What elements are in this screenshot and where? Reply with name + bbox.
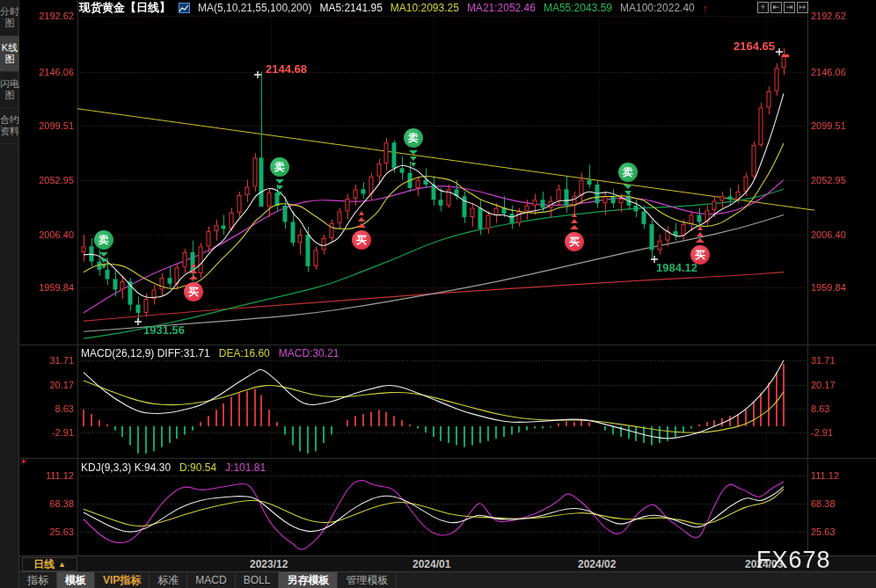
down-arrow-icon (410, 156, 417, 161)
up-arrow-icon (190, 269, 197, 273)
chart-toolbar: + ⇤ ⇥ ↦ (757, 2, 808, 13)
down-arrow-icon (99, 252, 108, 257)
price-axis-label: 2099.51 (811, 120, 864, 131)
sidebar-tab-contract-info[interactable]: 合约资料 (0, 108, 19, 144)
legend-expand-arrow-icon[interactable]: ↑ (703, 2, 709, 15)
x-axis-label: 2024/02 (578, 558, 616, 570)
period-label: 日线 (33, 557, 55, 572)
kdj-axis-label: 25.63 (811, 526, 864, 537)
up-arrow-icon (357, 223, 366, 228)
macd-axis-label: -2.91 (28, 427, 74, 438)
shift-right-icon[interactable]: ⇥ (784, 2, 795, 13)
ma100-value: MA100:2022.40 (620, 2, 695, 14)
bottom-tab-BOLL[interactable]: BOLL (236, 572, 280, 588)
up-arrow-icon (572, 213, 577, 217)
period-selector[interactable]: 日线 ▲ (22, 557, 77, 571)
down-arrow-icon (409, 150, 418, 155)
bottom-tab-管理模板[interactable]: 管理模板 (338, 572, 397, 588)
x-axis-bar: 日线 ▲ 2023/122024/012024/022024/03 (19, 555, 876, 572)
macd-axis-label: -2.91 (811, 427, 864, 438)
ma21-value: MA21:2052.46 (467, 2, 536, 14)
macd-axis-label: 31.71 (811, 355, 864, 366)
down-arrow-icon (275, 179, 284, 184)
sidebar-tab-time-chart[interactable]: 分时图 (0, 0, 19, 36)
price-axis-label: 1959.84 (811, 282, 864, 293)
ma10-value: MA10:2093.25 (391, 2, 459, 14)
down-arrow-icon (277, 192, 282, 196)
down-arrow-icon (411, 163, 416, 167)
price-axis-label: 2006.40 (28, 229, 74, 240)
bottom-tab-MACD[interactable]: MACD (187, 572, 235, 588)
bottom-tab-标准[interactable]: 标准 (150, 572, 187, 588)
buy-signal-badge[interactable]: 买 (565, 232, 584, 251)
kdj-axis-label: 111.12 (28, 470, 74, 481)
bottom-tab-另存模板[interactable]: 另存模板 (279, 572, 338, 588)
watermark-logo: FX678 (756, 547, 831, 574)
ma55-value: MA55:2043.59 (544, 2, 612, 14)
price-chart-canvas[interactable] (0, 0, 876, 588)
jump-latest-icon[interactable]: ↦ (797, 2, 808, 13)
up-arrow-icon (696, 238, 704, 243)
price-axis-label: 2192.62 (28, 11, 74, 21)
sidebar-tab-lightning-chart[interactable]: 闪电图 (0, 72, 19, 108)
price-axis-label: 2006.40 (811, 229, 864, 240)
up-arrow-icon (191, 263, 196, 267)
price-annotation: 1931.56 (143, 323, 185, 337)
up-arrow-icon (189, 275, 198, 279)
up-arrow-icon (359, 211, 364, 215)
macd-params-label: MACD(26,12,9) DIFF:31.71 (81, 347, 210, 359)
macd-axis-label: 8.63 (811, 403, 864, 414)
indicator-tab-bar: 指标模板VIP指标标准MACDBOLL另存模板管理模板 (19, 572, 876, 588)
macd-axis-label: 8.63 (28, 403, 74, 414)
bottom-tab-指标[interactable]: 指标 (19, 572, 57, 588)
kdj-axis-label: 111.12 (811, 470, 864, 481)
price-axis-label: 2192.62 (811, 11, 864, 21)
price-axis-label: 2052.95 (811, 175, 864, 185)
price-axis-label: 2099.51 (28, 120, 74, 131)
macd-value: MACD:30.21 (279, 347, 339, 359)
crosshair-pan-icon[interactable]: + (757, 2, 769, 13)
kdj-j-value: J:101.81 (225, 461, 266, 474)
sell-signal-badge[interactable]: 卖 (94, 230, 113, 250)
down-arrow-icon (624, 191, 631, 195)
down-arrow-icon (625, 197, 631, 201)
sell-signal-badge[interactable]: 卖 (618, 163, 638, 182)
kdj-panel-marker-icon[interactable]: ☀ (19, 456, 28, 468)
up-arrow-icon (697, 226, 703, 230)
up-triangle-icon: ▲ (58, 560, 66, 569)
macd-header: MACD(26,12,9) DIFF:31.71 DEA:16.60 MACD:… (81, 347, 339, 359)
chart-mode-sidebar: 分时图 K线图 闪电图 合约资料 (0, 0, 19, 588)
price-annotation: 2144.68 (266, 62, 307, 76)
buy-signal-badge[interactable]: 买 (690, 245, 710, 265)
down-arrow-icon (276, 185, 283, 190)
price-axis-label: 1959.84 (28, 282, 74, 293)
symbol-title: 现货黄金【日线】 (79, 0, 171, 16)
price-axis-label: 2146.06 (28, 67, 74, 77)
down-arrow-icon (101, 265, 106, 269)
up-arrow-icon (358, 217, 365, 221)
legend-bar: 现货黄金【日线】 MA(5,10,21,55,100,200) MA5:2141… (79, 0, 708, 16)
bottom-tab-模板[interactable]: 模板 (57, 572, 95, 588)
sell-signal-badge[interactable]: 卖 (270, 157, 289, 177)
buy-signal-badge[interactable]: 买 (352, 230, 371, 250)
up-arrow-icon (570, 225, 579, 229)
sell-signal-badge[interactable]: 卖 (404, 128, 423, 148)
bottom-tab-VIP指标[interactable]: VIP指标 (95, 572, 150, 588)
chart-type-icon[interactable] (179, 3, 190, 13)
x-axis-label: 2024/01 (412, 558, 450, 570)
buy-signal-badge[interactable]: 买 (184, 282, 203, 301)
down-arrow-icon (624, 185, 632, 189)
price-annotation: 1984.12 (656, 261, 697, 274)
price-annotation: 2164.65 (734, 40, 775, 53)
kdj-axis-label: 68.38 (811, 498, 864, 509)
macd-axis-label: 20.17 (28, 380, 74, 390)
kdj-params-label: KDJ(9,3,3) K:94.30 (81, 461, 171, 474)
macd-axis-label: 20.17 (811, 380, 864, 390)
kdj-axis-label: 25.63 (28, 526, 74, 537)
shift-left-icon[interactable]: ⇤ (770, 2, 782, 13)
sidebar-tab-kline-chart[interactable]: K线图 (0, 36, 19, 72)
kdj-axis-label: 68.38 (28, 498, 74, 509)
up-arrow-icon (571, 219, 578, 223)
ma5-value: MA5:2141.95 (319, 2, 382, 14)
up-arrow-icon (697, 232, 704, 236)
